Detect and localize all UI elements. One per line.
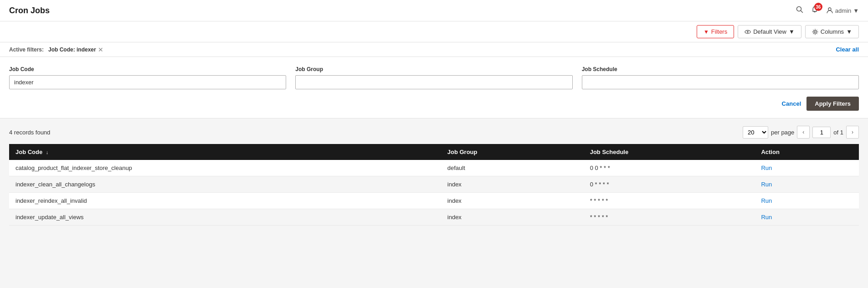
- per-page-wrap: 20 30 50 100 200: [743, 126, 768, 139]
- per-page-label: per page: [771, 129, 794, 136]
- eye-icon: [745, 29, 751, 35]
- sort-arrow-job-code: ↓: [46, 149, 49, 155]
- clear-all-button[interactable]: Clear all: [836, 46, 859, 53]
- of-total: of 1: [833, 129, 843, 136]
- columns-arrow: ▼: [846, 28, 852, 35]
- column-header-action: Action: [755, 144, 859, 160]
- cell-job-schedule: * * * * *: [584, 209, 755, 226]
- page-input[interactable]: [812, 127, 831, 138]
- job-schedule-label: Job Schedule: [582, 66, 859, 72]
- job-code-input[interactable]: [9, 75, 286, 89]
- prev-page-button[interactable]: ‹: [797, 126, 810, 139]
- run-button[interactable]: Run: [761, 181, 772, 188]
- cell-job-code: indexer_clean_all_changelogs: [9, 176, 441, 193]
- notification-badge: 36: [814, 3, 822, 11]
- filter-actions: Cancel Apply Filters: [9, 97, 859, 111]
- cell-action: Run: [755, 176, 859, 193]
- cell-action: Run: [755, 160, 859, 176]
- columns-button[interactable]: Columns ▼: [805, 25, 859, 38]
- cell-job-group: index: [441, 209, 584, 226]
- search-button[interactable]: [796, 6, 803, 15]
- user-label: admin: [835, 7, 851, 14]
- column-header-job-code[interactable]: Job Code ↓: [9, 144, 441, 160]
- cell-job-schedule: 0 0 * * *: [584, 160, 755, 176]
- cell-action: Run: [755, 209, 859, 226]
- notification-button[interactable]: 36: [811, 5, 819, 15]
- column-header-action-label: Action: [761, 149, 779, 155]
- table-row: indexer_reindex_all_invalidindex* * * * …: [9, 193, 859, 209]
- filter-fields: Job Code Job Group Job Schedule: [9, 66, 859, 89]
- filters-label: Filters: [711, 28, 727, 35]
- table-header-row: Job Code ↓ Job Group Job Schedule Action: [9, 144, 859, 160]
- job-schedule-input[interactable]: [582, 75, 859, 89]
- cell-job-schedule: 0 * * * *: [584, 176, 755, 193]
- active-filters-bar: Active filters: Job Code: indexer ✕ Clea…: [0, 42, 868, 57]
- gear-icon: [812, 29, 818, 35]
- user-menu-button[interactable]: admin ▼: [826, 7, 859, 14]
- default-view-button[interactable]: Default View ▼: [738, 25, 801, 38]
- cell-job-group: index: [441, 193, 584, 209]
- active-filters-label: Active filters:: [9, 46, 44, 53]
- filter-panel: Job Code Job Group Job Schedule Cancel A…: [0, 57, 868, 118]
- filter-chip-remove-button[interactable]: ✕: [98, 46, 103, 53]
- cell-job-code: indexer_update_all_views: [9, 209, 441, 226]
- pagination: 20 30 50 100 200 per page ‹ of 1 ›: [743, 126, 859, 139]
- run-button[interactable]: Run: [761, 165, 772, 171]
- job-group-field: Job Group: [295, 66, 572, 89]
- cell-job-code: catalog_product_flat_indexer_store_clean…: [9, 160, 441, 176]
- run-button[interactable]: Run: [761, 197, 772, 204]
- column-header-job-schedule: Job Schedule: [584, 144, 755, 160]
- cell-job-group: default: [441, 160, 584, 176]
- run-button[interactable]: Run: [761, 214, 772, 221]
- filter-icon: ▼: [704, 29, 709, 35]
- default-view-arrow: ▼: [789, 28, 795, 35]
- table-row: indexer_clean_all_changelogsindex0 * * *…: [9, 176, 859, 193]
- page-header: Cron Jobs 36 admin ▼: [0, 0, 868, 21]
- main-content: 4 records found 20 30 50 100 200 per pag…: [0, 118, 868, 233]
- svg-point-6: [747, 31, 749, 33]
- cell-job-schedule: * * * * *: [584, 193, 755, 209]
- filter-chip-text: Job Code: indexer: [48, 46, 96, 53]
- next-page-button[interactable]: ›: [846, 126, 859, 139]
- job-code-label: Job Code: [9, 66, 286, 72]
- column-header-job-group: Job Group: [441, 144, 584, 160]
- table-body: catalog_product_flat_indexer_store_clean…: [9, 160, 859, 226]
- records-bar: 4 records found 20 30 50 100 200 per pag…: [9, 126, 859, 139]
- job-group-label: Job Group: [295, 66, 572, 72]
- table-row: catalog_product_flat_indexer_store_clean…: [9, 160, 859, 176]
- filters-button[interactable]: ▼ Filters: [697, 25, 734, 38]
- apply-filters-button[interactable]: Apply Filters: [806, 97, 859, 111]
- table-row: indexer_update_all_viewsindex* * * * *Ru…: [9, 209, 859, 226]
- cancel-button[interactable]: Cancel: [782, 100, 801, 107]
- cell-job-code: indexer_reindex_all_invalid: [9, 193, 441, 209]
- column-header-job-group-label: Job Group: [447, 149, 478, 155]
- svg-point-7: [814, 31, 816, 33]
- default-view-label: Default View: [753, 28, 786, 35]
- user-dropdown-arrow: ▼: [853, 7, 859, 14]
- cell-job-group: index: [441, 176, 584, 193]
- svg-point-4: [828, 8, 831, 10]
- job-schedule-field: Job Schedule: [582, 66, 859, 89]
- per-page-select[interactable]: 20 30 50 100 200: [743, 126, 768, 139]
- cell-action: Run: [755, 193, 859, 209]
- columns-label: Columns: [821, 28, 844, 35]
- records-found: 4 records found: [9, 129, 50, 136]
- column-header-job-schedule-label: Job Schedule: [590, 149, 629, 155]
- svg-line-1: [801, 11, 802, 13]
- svg-rect-2: [814, 11, 816, 12]
- filter-chip: Job Code: indexer ✕: [48, 46, 103, 53]
- job-code-field: Job Code: [9, 66, 286, 89]
- job-group-input[interactable]: [295, 75, 572, 89]
- page-title: Cron Jobs: [9, 6, 50, 15]
- column-header-job-code-label: Job Code: [15, 149, 42, 155]
- toolbar: ▼ Filters Default View ▼ Columns ▼: [0, 21, 868, 42]
- data-table: Job Code ↓ Job Group Job Schedule Action…: [9, 144, 859, 226]
- header-right: 36 admin ▼: [796, 5, 859, 15]
